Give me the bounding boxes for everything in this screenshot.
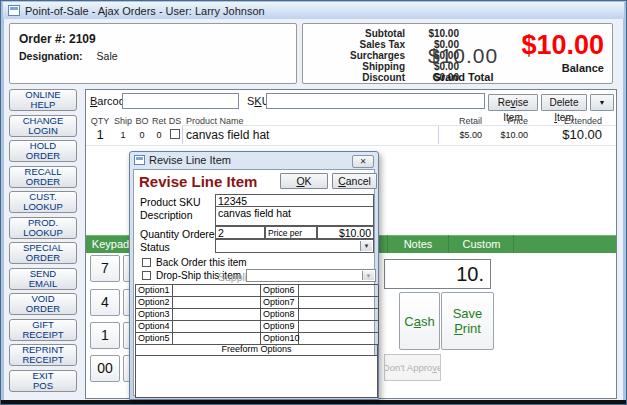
order-number: Order #: 2109 [19,32,96,46]
print-label: Print [454,321,481,336]
dialog-title: Revise Line Item [149,154,231,166]
change-login-button[interactable]: CHANGE LOGIN [9,115,77,137]
option-label: Option8 [261,309,299,321]
special-order-button[interactable]: SPECIAL ORDER [9,242,77,264]
freeform-options-area[interactable] [135,356,378,398]
item-ret: 0 [150,130,168,140]
col-header-ds: DS [167,116,183,126]
row-divider-vertical-2 [438,126,439,144]
quantity-field[interactable]: 2 [215,226,265,239]
sales-tax-label: Sales Tax [309,39,405,50]
option-label: Option7 [261,297,299,309]
dialog-icon [134,155,145,165]
option-label: Option4 [136,321,173,333]
option-label: Option2 [136,297,173,309]
designation-label: Designation: [19,50,83,62]
app-icon [8,5,20,16]
product-sku-field[interactable]: 12345 [215,194,374,207]
pos-window: Point-of-Sale - Ajax Orders - User: Larr… [0,0,627,405]
dialog-title-bar[interactable]: Revise Line Item [134,154,231,166]
row-divider-vertical-1 [182,126,183,144]
option-value-field[interactable] [173,285,261,297]
window-title: Point-of-Sale - Ajax Orders - User: Larr… [25,5,265,17]
option-value-field[interactable] [173,321,261,333]
row-divider [86,145,616,146]
reprint-receipt-button[interactable]: REPRINT RECEIPT [9,344,77,366]
options-grid: Option1 Option6 Option2 Option7 Option3 … [135,284,378,345]
option-value-field[interactable] [299,285,379,297]
send-email-button[interactable]: SEND EMAIL [9,268,77,290]
keypad-key-1[interactable]: 1 [90,322,120,349]
option-value-field[interactable] [299,297,379,309]
col-header-ship: Ship [112,116,134,126]
item-price: $10.00 [484,130,528,140]
subtotal-value: $10.00 [405,28,459,39]
option-label: Option9 [261,321,299,333]
online-help-button[interactable]: ONLINE HELP [9,89,77,111]
close-icon: ✕ [360,157,367,166]
back-order-label: Back Order this item [156,257,247,268]
discount-label: Discount [309,72,405,83]
supplier-dropdown: ▼ [246,269,376,282]
revise-item-button[interactable]: Revise Item [488,94,538,111]
surcharges-label: Surcharges [309,50,405,61]
designation-value: Sale [97,50,118,62]
save-print-button[interactable]: SavePrint [441,292,494,350]
item-ds-checkbox[interactable] [170,129,180,139]
amount-display: 10. [384,259,491,289]
title-bar[interactable]: Point-of-Sale - Ajax Orders - User: Larr… [3,2,624,19]
option-label: Option6 [261,285,299,297]
subtotal-label: Subtotal [309,28,405,39]
tab-custom[interactable]: Custom [450,235,514,253]
sku-input[interactable] [266,93,485,109]
option-value-field[interactable] [299,309,379,321]
void-order-button[interactable]: VOID ORDER [9,293,77,315]
dialog-close-button[interactable]: ✕ [352,155,374,168]
back-order-row[interactable]: Back Order this item [142,257,247,268]
price-per-unit-label: Price per unit [265,226,317,239]
col-header-qty: QTY [88,116,112,126]
product-sku-label: Product SKU [140,196,201,208]
col-header-bo: BO [133,116,151,126]
dialog-body: Revise Line Item OK Cancel Product SKU 1… [133,169,375,396]
hold-order-button[interactable]: HOLD ORDER [9,140,77,162]
option-label: Option3 [136,309,173,321]
delete-item-button[interactable]: Delete Item [541,94,587,111]
description-field[interactable]: canvas field hat [215,207,374,226]
shipping-label: Shipping [309,61,405,72]
ok-button[interactable]: OK [280,173,328,189]
revise-line-item-dialog: Revise Line Item ✕ Revise Line Item OK C… [129,151,379,400]
back-order-checkbox[interactable] [142,258,151,267]
option-value-field[interactable] [299,321,379,333]
option-value-field[interactable] [173,297,261,309]
dialog-heading: Revise Line Item [139,173,257,190]
description-label: Description [140,209,193,221]
drop-ship-checkbox[interactable] [142,271,151,280]
item-bo: 0 [133,130,151,140]
cancel-button[interactable]: Cancel [332,173,377,189]
order-info-panel: Order #: 2109 Designation:Sale [9,23,297,84]
keypad-key-00[interactable]: 00 [90,355,120,382]
tab-keypad[interactable]: Keypad [87,235,135,253]
dropdown-arrow-icon: ▼ [599,99,606,106]
status-dropdown-arrow-icon[interactable]: ▼ [360,241,372,251]
keypad-key-7[interactable]: 7 [90,255,120,282]
status-label: Status [140,241,170,253]
option-label: Option1 [136,285,173,297]
exit-pos-button[interactable]: EXIT POS [9,370,77,392]
keypad-key-4[interactable]: 4 [90,289,120,316]
item-actions-dropdown-button[interactable]: ▼ [590,94,614,111]
recall-order-button[interactable]: RECALL ORDER [9,166,77,188]
cust-lookup-button[interactable]: CUST. LOOKUP [9,191,77,213]
option-value-field[interactable] [173,309,261,321]
totals-panel: Subtotal$10.00 Sales Tax$0.00 Surcharges… [302,23,613,84]
tab-notes[interactable]: Notes [387,235,449,253]
barcode-input[interactable] [122,93,239,109]
item-retail: $5.00 [438,130,482,140]
cash-button[interactable]: Cash [399,292,440,350]
prod-lookup-button[interactable]: PROD. LOOKUP [9,217,77,239]
item-qty: 1 [88,127,112,142]
status-dropdown[interactable]: ▼ [215,239,374,253]
quantity-ordered-label: Quantity Ordered [140,228,221,240]
gift-receipt-button[interactable]: GIFT RECEIPT [9,319,77,341]
